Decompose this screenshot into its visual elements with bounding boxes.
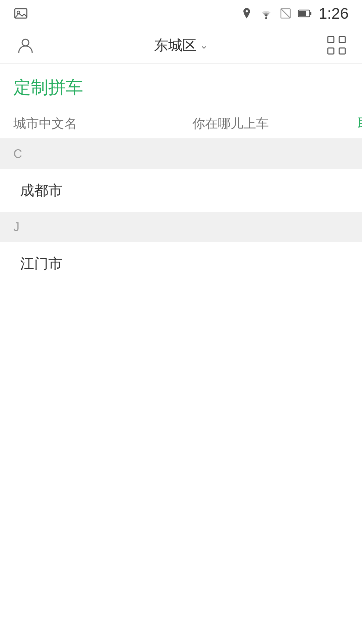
city-list-container: C 成都市 J 江门市 (0, 139, 362, 578)
svg-rect-9 (328, 37, 334, 43)
location-icon (241, 7, 253, 19)
svg-rect-6 (299, 11, 306, 16)
header-location[interactable]: 东城区 ⌄ (154, 36, 208, 55)
person-icon (16, 36, 35, 55)
battery-icon (298, 7, 312, 19)
svg-rect-10 (339, 37, 345, 43)
section-j-content: 江门市 (0, 242, 362, 578)
wifi-icon (259, 7, 274, 19)
svg-line-4 (281, 9, 290, 18)
status-bar-right: 1:26 (241, 4, 349, 22)
scan-button[interactable] (324, 33, 349, 57)
status-bar: 1:26 (0, 0, 362, 27)
svg-rect-0 (15, 9, 27, 18)
gallery-icon (13, 6, 28, 21)
scan-icon (326, 35, 347, 55)
city-item-jiangmen[interactable]: 江门市 (0, 242, 362, 285)
svg-rect-12 (339, 48, 345, 54)
location-text: 东城区 (154, 36, 196, 55)
page-title-bar: 定制拼车 (0, 64, 362, 109)
svg-point-2 (265, 17, 267, 19)
cancel-button[interactable]: 取消 (351, 114, 362, 133)
section-c-content: 成都市 (0, 169, 362, 212)
section-header-j: J (0, 212, 362, 242)
profile-button[interactable] (13, 33, 38, 57)
svg-rect-11 (328, 48, 334, 54)
city-search-input[interactable] (13, 109, 172, 139)
city-item-chengdu[interactable]: 成都市 (0, 169, 362, 212)
svg-rect-7 (310, 12, 311, 15)
svg-point-8 (22, 39, 29, 46)
search-bar: 取消 (0, 109, 362, 139)
chevron-down-icon: ⌄ (200, 39, 208, 51)
app-header: 东城区 ⌄ (0, 27, 362, 64)
sim-icon (280, 7, 292, 19)
page-title: 定制拼车 (13, 76, 349, 99)
status-bar-left (13, 6, 28, 21)
location-search-input[interactable] (192, 109, 351, 139)
status-time: 1:26 (318, 4, 349, 22)
section-header-c: C (0, 139, 362, 169)
